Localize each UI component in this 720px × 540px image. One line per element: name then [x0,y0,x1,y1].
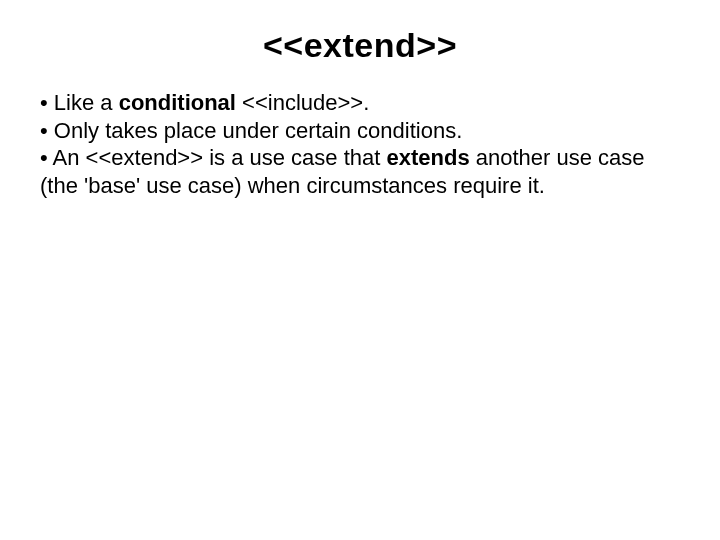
bullet-1-bold: conditional [119,90,242,115]
bullet-3: • An <<extend>> is a use case that exten… [40,144,680,199]
slide-title: <<extend>> [40,26,680,65]
slide: <<extend>> • Like a conditional <<includ… [0,0,720,540]
bullet-3-bold: extends [387,145,476,170]
bullet-1: • Like a conditional <<include>>. [40,89,680,117]
bullet-3-prefix: • An <<extend>> is a use case that [40,145,387,170]
bullet-1-prefix: • Like a [40,90,119,115]
slide-body: • Like a conditional <<include>>. • Only… [40,89,680,199]
bullet-1-suffix: <<include>>. [242,90,369,115]
bullet-2: • Only takes place under certain conditi… [40,117,680,145]
